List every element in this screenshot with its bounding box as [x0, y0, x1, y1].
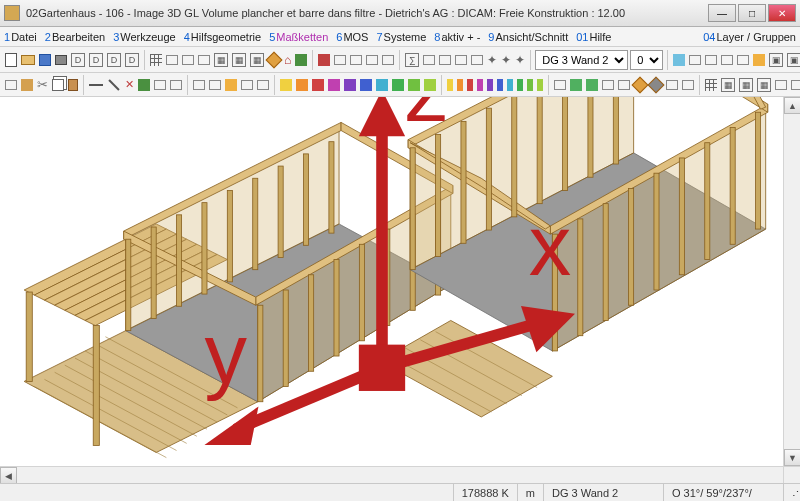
func2-button[interactable] [349, 50, 363, 70]
disp4-button[interactable]: ▦ [756, 75, 772, 95]
calc-button[interactable]: ∑ [404, 50, 420, 70]
3d-viewport[interactable]: z y x [0, 97, 800, 483]
house-button[interactable]: ⌂ [283, 50, 292, 70]
draw3-button[interactable]: ✕ [124, 75, 135, 95]
new-file-button[interactable] [4, 50, 18, 70]
par-cyan-button[interactable] [506, 75, 514, 95]
par-green-button[interactable] [516, 75, 524, 95]
view1-button[interactable]: ▣ [768, 50, 784, 70]
window-button[interactable] [165, 50, 179, 70]
horizontal-scrollbar[interactable]: ◀ ▶ [0, 466, 783, 483]
menu-datei[interactable]: 1Datei [4, 31, 37, 43]
col-magenta-button[interactable] [327, 75, 341, 95]
func3-button[interactable] [365, 50, 379, 70]
snap2-button[interactable] [688, 50, 702, 70]
extra3-button[interactable] [585, 75, 599, 95]
snap4-button[interactable] [720, 50, 734, 70]
module1-button[interactable] [181, 50, 195, 70]
par-lime-button[interactable] [536, 75, 544, 95]
disp1-button[interactable] [704, 75, 718, 95]
disp6-button[interactable] [790, 75, 800, 95]
draw2-button[interactable] [106, 75, 122, 95]
copy-button[interactable] [51, 75, 65, 95]
extra4-button[interactable] [601, 75, 615, 95]
par-red-button[interactable] [466, 75, 474, 95]
green-button[interactable] [294, 50, 308, 70]
menu-massketten[interactable]: 5Maßketten [269, 31, 328, 43]
draw1-button[interactable] [88, 75, 104, 95]
func6-button[interactable] [438, 50, 452, 70]
menu-aktiv[interactable]: 8aktiv + - [434, 31, 480, 43]
extra9-button[interactable] [681, 75, 695, 95]
func7-button[interactable] [454, 50, 468, 70]
context-dropdown[interactable]: DG 3 Wand 2 [535, 50, 628, 70]
module3-button[interactable]: ▦ [213, 50, 229, 70]
par-orange-button[interactable] [456, 75, 464, 95]
func11-button[interactable]: ✦ [514, 50, 526, 70]
menu-hilfsgeometrie[interactable]: 4Hilfsgeometrie [184, 31, 261, 43]
menu-ansicht[interactable]: 9Ansicht/Schnitt [488, 31, 568, 43]
func4-button[interactable] [381, 50, 395, 70]
module4-button[interactable]: ▦ [231, 50, 247, 70]
draw6-button[interactable] [169, 75, 183, 95]
func1-button[interactable] [333, 50, 347, 70]
shape2-button[interactable] [208, 75, 222, 95]
snap3-button[interactable] [704, 50, 718, 70]
minimize-button[interactable]: — [708, 4, 736, 22]
par-blue-button[interactable] [496, 75, 504, 95]
par-yellow-button[interactable] [446, 75, 454, 95]
scroll-down-button[interactable]: ▼ [784, 449, 800, 466]
shape5-button[interactable] [256, 75, 270, 95]
edit1-button[interactable] [4, 75, 18, 95]
col-purple-button[interactable] [343, 75, 357, 95]
snap1-button[interactable] [672, 50, 686, 70]
extra7-button[interactable] [649, 75, 663, 95]
grid-button[interactable] [149, 50, 163, 70]
col-blue-button[interactable] [359, 75, 373, 95]
red1-button[interactable] [317, 50, 331, 70]
scroll-left-button[interactable]: ◀ [0, 467, 17, 484]
par-purple-button[interactable] [486, 75, 494, 95]
disp5-button[interactable] [774, 75, 788, 95]
shape3-button[interactable] [224, 75, 238, 95]
open-file-button[interactable] [20, 50, 36, 70]
module2-button[interactable] [197, 50, 211, 70]
snap6-button[interactable] [752, 50, 766, 70]
menu-bearbeiten[interactable]: 2Bearbeiten [45, 31, 105, 43]
scroll-up-button[interactable]: ▲ [784, 97, 800, 114]
col-green2-button[interactable] [407, 75, 421, 95]
shape1-button[interactable] [192, 75, 206, 95]
paste-button[interactable] [67, 75, 79, 95]
menu-werkzeuge[interactable]: 3Werkzeuge [113, 31, 176, 43]
menu-mos[interactable]: 6MOS [336, 31, 368, 43]
module5-button[interactable]: ▦ [249, 50, 265, 70]
view2-button[interactable]: ▣ [786, 50, 800, 70]
func8-button[interactable] [470, 50, 484, 70]
menu-systeme[interactable]: 7Systeme [376, 31, 426, 43]
draw5-button[interactable] [153, 75, 167, 95]
d1-button[interactable]: D [70, 50, 86, 70]
disp2-button[interactable]: ▦ [720, 75, 736, 95]
status-resize-grip[interactable]: ⋰ [783, 484, 800, 501]
print-button[interactable] [54, 50, 68, 70]
func5-button[interactable] [422, 50, 436, 70]
col-green-button[interactable] [391, 75, 405, 95]
menu-hilfe[interactable]: 01Hilfe [576, 31, 611, 43]
col-cyan-button[interactable] [375, 75, 389, 95]
vertical-scrollbar[interactable]: ▲ ▼ [783, 97, 800, 466]
col-yellow-button[interactable] [279, 75, 293, 95]
par-green2-button[interactable] [526, 75, 534, 95]
par-magenta-button[interactable] [476, 75, 484, 95]
maximize-button[interactable]: □ [738, 4, 766, 22]
index-dropdown[interactable]: 0 [630, 50, 663, 70]
d2-button[interactable]: D [88, 50, 104, 70]
extra8-button[interactable] [665, 75, 679, 95]
extra1-button[interactable] [553, 75, 567, 95]
col-orange-button[interactable] [295, 75, 309, 95]
col-lime-button[interactable] [423, 75, 437, 95]
d4-button[interactable]: D [124, 50, 140, 70]
module6-button[interactable] [267, 50, 281, 70]
func9-button[interactable]: ✦ [486, 50, 498, 70]
extra6-button[interactable] [633, 75, 647, 95]
func10-button[interactable]: ✦ [500, 50, 512, 70]
